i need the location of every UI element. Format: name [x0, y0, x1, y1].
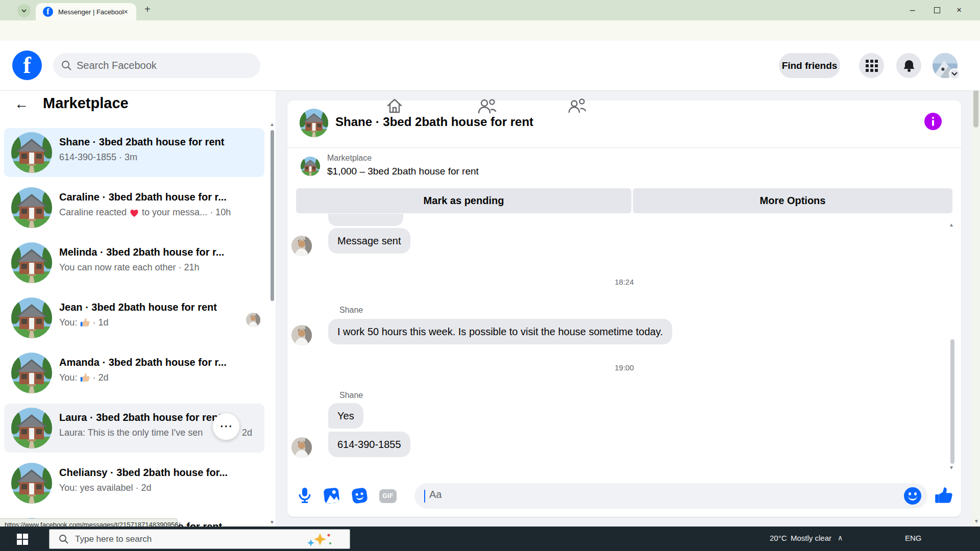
facebook-header: f Search Facebook Find friends [0, 41, 980, 91]
gif-icon[interactable]: GIF [379, 489, 397, 503]
conversation-item-melinda[interactable]: Melinda · 3bed 2bath house for r... You … [4, 238, 264, 287]
search-icon [61, 60, 71, 70]
partial-bubble [328, 214, 403, 226]
voice-clip-icon[interactable] [298, 487, 312, 504]
sidebar-scrollbar-thumb[interactable] [271, 130, 274, 301]
weather-temp[interactable]: 20°C [770, 534, 787, 542]
text-cursor [424, 490, 425, 503]
message-bubble[interactable]: 614-390-1855 [328, 432, 410, 457]
house-avatar [11, 408, 52, 448]
tab-search-button[interactable] [17, 4, 31, 17]
friends-tab-icon[interactable] [477, 97, 497, 115]
search-placeholder: Search Facebook [77, 60, 157, 71]
communities-tab-icon[interactable] [568, 97, 587, 115]
listing-title[interactable]: $1,000 – 3bed 2bath house for rent [327, 166, 479, 177]
attach-image-icon[interactable] [324, 488, 340, 504]
new-tab-button[interactable]: + [144, 4, 151, 15]
conversation-info-button[interactable] [924, 113, 942, 130]
message-input-placeholder: Aa [429, 489, 442, 500]
conversation-item-jean[interactable]: Jean · 3bed 2bath house for rent You: · … [4, 293, 264, 342]
notifications-button[interactable] [896, 53, 921, 78]
window-close-button[interactable]: × [957, 5, 962, 15]
home-tab-icon[interactable] [385, 97, 404, 115]
apps-menu-button[interactable] [859, 53, 884, 78]
tab-title: Messenger | Facebook [58, 8, 124, 16]
conversation-item-amanda[interactable]: Amanda · 3bed 2bath house for r... You: … [4, 348, 264, 397]
window-minimize-button[interactable]: – [910, 5, 915, 15]
messages-scroll-down-icon[interactable]: ▼ [949, 465, 954, 470]
conversation-title: Shane · 3bed 2bath house for rent [59, 136, 224, 148]
weather-desc[interactable]: Mostly clear [791, 534, 831, 542]
conversation-item-laura[interactable]: Laura · 3bed 2bath house for rent Laura:… [4, 404, 264, 453]
marketplace-label: Marketplace [327, 154, 372, 163]
messages-scrollbar-thumb[interactable] [950, 339, 954, 464]
conversation-title: Cheliansy · 3bed 2bath house for... [59, 467, 228, 479]
house-avatar [11, 132, 52, 173]
conversation-snippet: You: · 2d [59, 372, 108, 383]
start-button[interactable] [17, 534, 28, 545]
window-maximize-button[interactable] [934, 7, 940, 13]
conversation-snippet: 614-390-1855 · 3m [59, 152, 137, 163]
thumbs-up-emoji-icon [80, 317, 90, 328]
thumbs-up-emoji-icon [80, 372, 90, 383]
house-avatar [11, 353, 52, 393]
messages-scroll-up-icon[interactable]: ▲ [949, 222, 954, 228]
page-scroll-down-icon[interactable]: ▼ [974, 518, 979, 524]
sidebar-scroll-up-icon[interactable]: ▲ [270, 121, 275, 127]
conversation-title: Jean · 3bed 2bath house for rent [59, 302, 217, 313]
listing-thumbnail[interactable] [301, 157, 320, 176]
facebook-favicon: f [43, 7, 53, 17]
language-indicator[interactable]: ENG [905, 534, 922, 542]
mark-as-pending-button[interactable]: Mark as pending [296, 188, 631, 213]
conversation-sidebar: ← Marketplace Shane · 3bed 2bath house f… [0, 91, 276, 527]
heart-emoji-icon [129, 208, 139, 217]
windows-taskbar: Type here to search Sticky Notes Messeng… [0, 527, 980, 551]
message-bubble[interactable]: Yes [328, 403, 363, 429]
find-friends-button[interactable]: Find friends [779, 53, 840, 78]
conversation-snippet-time: 2d [242, 428, 252, 438]
chat-title[interactable]: Shane · 3bed 2bath house for rent [335, 115, 533, 129]
house-avatar [11, 242, 52, 283]
sticker-icon[interactable] [351, 487, 368, 504]
browser-toolbar: ← → facebook.com/messages/t/264249752281… [0, 20, 980, 41]
facebook-logo[interactable]: f [12, 51, 42, 80]
sender-name: Shane [339, 306, 363, 315]
chat-panel: Shane · 3bed 2bath house for rent Market… [287, 101, 961, 517]
house-avatar [11, 463, 52, 504]
tray-chevron-icon[interactable]: ∧ [838, 534, 843, 542]
sender-avatar[interactable] [291, 236, 312, 256]
profile-chevron-icon[interactable] [949, 68, 960, 80]
timestamp: 18:24 [287, 278, 961, 286]
bell-icon [902, 59, 916, 73]
search-highlights-icon[interactable] [305, 532, 335, 546]
facebook-search[interactable]: Search Facebook [53, 53, 260, 78]
divider [287, 147, 961, 148]
message-input[interactable] [414, 483, 927, 509]
conversation-item-cheliansy[interactable]: Cheliansy · 3bed 2bath house for... You:… [4, 459, 264, 508]
back-arrow-icon[interactable]: ← [14, 96, 29, 112]
emoji-icon[interactable] [904, 487, 921, 505]
conversation-title: Amanda · 3bed 2bath house for r... [59, 357, 227, 368]
chat-avatar[interactable] [300, 109, 328, 137]
conversation-item-shane[interactable]: Shane · 3bed 2bath house for rent 614-39… [4, 128, 264, 177]
sender-avatar[interactable] [291, 437, 312, 458]
apps-grid-icon [866, 60, 878, 72]
conversation-more-button[interactable]: ⋯ [212, 413, 240, 440]
house-avatar [11, 187, 52, 228]
sidebar-title: Marketplace [43, 95, 129, 112]
message-bubble[interactable]: Message sent [328, 228, 410, 254]
tab-close-icon[interactable]: × [124, 7, 128, 16]
browser-tab-strip: f Messenger | Facebook × + – × [0, 0, 980, 20]
conversation-title: Melinda · 3bed 2bath house for r... [59, 246, 224, 258]
taskbar-search[interactable]: Type here to search [49, 529, 350, 549]
sender-avatar[interactable] [291, 325, 312, 345]
more-options-button[interactable]: More Options [633, 188, 952, 213]
taskbar-search-placeholder: Type here to search [75, 534, 152, 544]
conversation-title: Caraline · 3bed 2bath house for r... [59, 191, 227, 203]
browser-tab[interactable]: f Messenger | Facebook × [36, 3, 136, 20]
conversation-item-caraline[interactable]: Caraline · 3bed 2bath house for r... Car… [4, 183, 264, 232]
conversation-snippet: Caraline reacted to your messa... · 10h [59, 207, 231, 218]
sidebar-scroll-down-icon[interactable]: ▼ [270, 519, 275, 525]
message-bubble[interactable]: I work 50 hours this week. Is possible t… [328, 319, 672, 344]
send-like-icon[interactable] [934, 486, 953, 505]
